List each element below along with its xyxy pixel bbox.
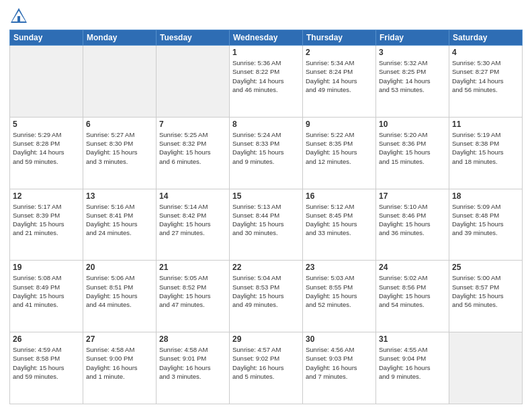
cell-line: Daylight: 15 hours: [379, 220, 446, 228]
calendar-cell: [449, 332, 523, 404]
calendar-cell: 24Sunrise: 5:02 AMSunset: 8:56 PMDayligh…: [376, 261, 449, 332]
cell-line: and 6 minutes.: [159, 157, 226, 166]
weekday-header-monday: Monday: [83, 30, 157, 46]
calendar-table: SundayMondayTuesdayWednesdayThursdayFrid…: [9, 30, 523, 404]
cell-line: Daylight: 15 hours: [159, 291, 226, 300]
cell-line: Sunset: 8:36 PM: [379, 139, 446, 148]
day-number: 19: [13, 263, 80, 272]
cell-line: Sunrise: 5:06 AM: [86, 273, 153, 282]
cell-line: and 33 minutes.: [306, 228, 373, 237]
cell-line: Sunrise: 5:24 AM: [232, 130, 300, 139]
calendar-cell: 22Sunrise: 5:04 AMSunset: 8:53 PMDayligh…: [230, 261, 303, 332]
cell-line: and 39 minutes.: [452, 228, 519, 237]
day-number: 30: [306, 334, 373, 344]
weekday-header-sunday: Sunday: [10, 30, 83, 46]
cell-line: Sunset: 8:46 PM: [379, 211, 446, 220]
cell-line: Daylight: 15 hours: [452, 220, 519, 228]
day-number: 2: [306, 48, 373, 57]
cell-line: Sunrise: 5:22 AM: [306, 130, 373, 139]
cell-line: Sunset: 9:01 PM: [159, 354, 226, 363]
cell-text: Sunrise: 5:30 AMSunset: 8:27 PMDaylight:…: [452, 58, 519, 94]
cell-line: and 30 minutes.: [232, 228, 300, 237]
cell-line: Sunrise: 5:09 AM: [452, 202, 519, 211]
cell-line: Sunset: 8:22 PM: [232, 67, 300, 76]
cell-line: and 46 minutes.: [232, 85, 300, 94]
cell-text: Sunrise: 5:34 AMSunset: 8:24 PMDaylight:…: [306, 58, 373, 94]
cell-line: and 52 minutes.: [306, 300, 373, 309]
calendar-cell: 16Sunrise: 5:12 AMSunset: 8:45 PMDayligh…: [303, 189, 376, 261]
calendar-cell: 25Sunrise: 5:00 AMSunset: 8:57 PMDayligh…: [449, 261, 523, 332]
logo-icon: [9, 7, 28, 26]
cell-text: Sunrise: 5:14 AMSunset: 8:42 PMDaylight:…: [159, 202, 226, 238]
cell-line: Sunrise: 5:19 AM: [452, 130, 519, 139]
calendar-cell: 23Sunrise: 5:03 AMSunset: 8:55 PMDayligh…: [303, 261, 376, 332]
day-number: 26: [13, 334, 80, 344]
cell-text: Sunrise: 5:13 AMSunset: 8:44 PMDaylight:…: [232, 202, 300, 238]
day-number: 4: [452, 48, 519, 57]
cell-text: Sunrise: 5:16 AMSunset: 8:41 PMDaylight:…: [86, 202, 153, 238]
day-number: 25: [452, 263, 519, 272]
cell-line: Sunset: 8:55 PM: [306, 283, 373, 291]
day-number: 27: [86, 334, 153, 344]
cell-line: Sunrise: 5:04 AM: [232, 273, 300, 282]
cell-text: Sunrise: 4:56 AMSunset: 9:03 PMDaylight:…: [306, 345, 373, 381]
cell-line: Daylight: 15 hours: [86, 220, 153, 228]
cell-line: Sunrise: 5:10 AM: [379, 202, 446, 211]
cell-line: Sunrise: 5:03 AM: [306, 273, 373, 282]
cell-text: Sunrise: 5:29 AMSunset: 8:28 PMDaylight:…: [13, 130, 80, 166]
cell-line: Sunrise: 5:27 AM: [86, 130, 153, 139]
cell-line: Sunrise: 5:14 AM: [159, 202, 226, 211]
calendar-cell: 14Sunrise: 5:14 AMSunset: 8:42 PMDayligh…: [157, 189, 230, 261]
cell-line: Sunset: 8:32 PM: [159, 139, 226, 148]
cell-text: Sunrise: 5:10 AMSunset: 8:46 PMDaylight:…: [379, 202, 446, 238]
cell-line: Daylight: 14 hours: [379, 77, 446, 85]
cell-line: Sunset: 9:03 PM: [306, 354, 373, 363]
calendar-cell: 13Sunrise: 5:16 AMSunset: 8:41 PMDayligh…: [83, 189, 157, 261]
cell-line: Daylight: 15 hours: [13, 291, 80, 300]
cell-line: Sunset: 8:45 PM: [306, 211, 373, 220]
cell-line: and 7 minutes.: [306, 372, 373, 381]
cell-line: and 47 minutes.: [159, 300, 226, 309]
logo: [9, 7, 31, 26]
cell-text: Sunrise: 4:57 AMSunset: 9:02 PMDaylight:…: [232, 345, 300, 381]
cell-text: Sunrise: 4:55 AMSunset: 9:04 PMDaylight:…: [379, 345, 446, 381]
cell-line: Sunset: 9:00 PM: [86, 354, 153, 363]
calendar-cell: 2Sunrise: 5:34 AMSunset: 8:24 PMDaylight…: [303, 46, 376, 118]
calendar-cell: 17Sunrise: 5:10 AMSunset: 8:46 PMDayligh…: [376, 189, 449, 261]
cell-text: Sunrise: 5:09 AMSunset: 8:48 PMDaylight:…: [452, 202, 519, 238]
cell-line: and 9 minutes.: [232, 157, 300, 166]
day-number: 24: [379, 263, 446, 272]
day-number: 8: [232, 120, 300, 129]
day-number: 18: [452, 191, 519, 201]
day-number: 16: [306, 191, 373, 201]
cell-line: Sunset: 8:35 PM: [306, 139, 373, 148]
cell-line: and 36 minutes.: [379, 228, 446, 237]
cell-line: Sunset: 8:27 PM: [452, 67, 519, 76]
weekday-header-saturday: Saturday: [449, 30, 523, 46]
cell-line: Daylight: 16 hours: [232, 363, 300, 372]
cell-line: Sunset: 8:49 PM: [13, 283, 80, 291]
cell-text: Sunrise: 5:00 AMSunset: 8:57 PMDaylight:…: [452, 273, 519, 309]
cell-line: Daylight: 15 hours: [452, 148, 519, 156]
cell-line: and 9 minutes.: [379, 372, 446, 381]
calendar-cell: [83, 46, 157, 118]
cell-text: Sunrise: 5:19 AMSunset: 8:38 PMDaylight:…: [452, 130, 519, 166]
day-number: 17: [379, 191, 446, 201]
cell-line: and 54 minutes.: [379, 300, 446, 309]
day-number: 11: [452, 120, 519, 129]
cell-text: Sunrise: 4:58 AMSunset: 9:01 PMDaylight:…: [159, 345, 226, 381]
cell-line: Daylight: 14 hours: [452, 77, 519, 85]
cell-line: Sunset: 8:30 PM: [86, 139, 153, 148]
day-number: 7: [159, 120, 226, 129]
cell-line: Sunset: 9:02 PM: [232, 354, 300, 363]
cell-line: Daylight: 16 hours: [159, 363, 226, 372]
calendar-cell: 1Sunrise: 5:36 AMSunset: 8:22 PMDaylight…: [230, 46, 303, 118]
calendar-cell: 27Sunrise: 4:58 AMSunset: 9:00 PMDayligh…: [83, 332, 157, 404]
cell-line: Sunrise: 4:55 AM: [379, 345, 446, 354]
cell-line: and 21 minutes.: [13, 228, 80, 237]
cell-line: Daylight: 14 hours: [306, 77, 373, 85]
cell-line: Sunrise: 5:36 AM: [232, 58, 300, 67]
cell-text: Sunrise: 5:03 AMSunset: 8:55 PMDaylight:…: [306, 273, 373, 309]
cell-line: and 3 minutes.: [86, 157, 153, 166]
cell-line: Sunset: 8:42 PM: [159, 211, 226, 220]
